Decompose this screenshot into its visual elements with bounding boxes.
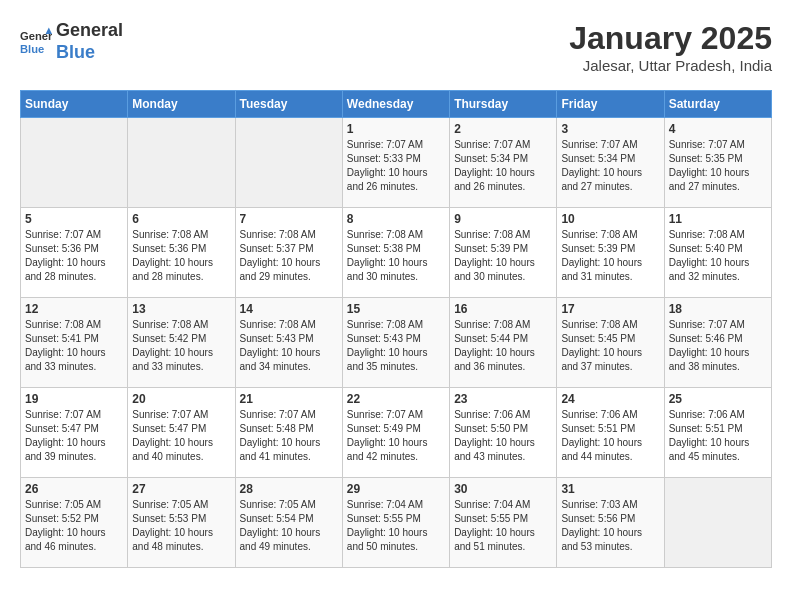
logo-blue: Blue <box>56 42 123 64</box>
day-number: 11 <box>669 212 767 226</box>
calendar-cell: 17Sunrise: 7:08 AMSunset: 5:45 PMDayligh… <box>557 298 664 388</box>
logo-icon: General Blue <box>20 26 52 58</box>
day-number: 15 <box>347 302 445 316</box>
day-number: 5 <box>25 212 123 226</box>
day-number: 20 <box>132 392 230 406</box>
day-number: 29 <box>347 482 445 496</box>
day-info: Sunrise: 7:06 AMSunset: 5:51 PMDaylight:… <box>561 408 659 464</box>
day-number: 3 <box>561 122 659 136</box>
day-info: Sunrise: 7:05 AMSunset: 5:54 PMDaylight:… <box>240 498 338 554</box>
day-number: 1 <box>347 122 445 136</box>
weekday-header: Thursday <box>450 91 557 118</box>
day-info: Sunrise: 7:07 AMSunset: 5:35 PMDaylight:… <box>669 138 767 194</box>
calendar-week-row: 12Sunrise: 7:08 AMSunset: 5:41 PMDayligh… <box>21 298 772 388</box>
day-info: Sunrise: 7:08 AMSunset: 5:44 PMDaylight:… <box>454 318 552 374</box>
day-number: 19 <box>25 392 123 406</box>
day-info: Sunrise: 7:07 AMSunset: 5:47 PMDaylight:… <box>132 408 230 464</box>
calendar-cell <box>128 118 235 208</box>
day-info: Sunrise: 7:08 AMSunset: 5:43 PMDaylight:… <box>240 318 338 374</box>
day-number: 23 <box>454 392 552 406</box>
day-number: 13 <box>132 302 230 316</box>
day-number: 2 <box>454 122 552 136</box>
day-number: 18 <box>669 302 767 316</box>
calendar-cell <box>664 478 771 568</box>
day-number: 28 <box>240 482 338 496</box>
calendar-cell: 29Sunrise: 7:04 AMSunset: 5:55 PMDayligh… <box>342 478 449 568</box>
day-info: Sunrise: 7:04 AMSunset: 5:55 PMDaylight:… <box>454 498 552 554</box>
calendar-cell: 31Sunrise: 7:03 AMSunset: 5:56 PMDayligh… <box>557 478 664 568</box>
calendar-cell: 2Sunrise: 7:07 AMSunset: 5:34 PMDaylight… <box>450 118 557 208</box>
calendar-cell: 21Sunrise: 7:07 AMSunset: 5:48 PMDayligh… <box>235 388 342 478</box>
day-number: 4 <box>669 122 767 136</box>
calendar-cell: 19Sunrise: 7:07 AMSunset: 5:47 PMDayligh… <box>21 388 128 478</box>
day-info: Sunrise: 7:07 AMSunset: 5:34 PMDaylight:… <box>561 138 659 194</box>
calendar-cell: 26Sunrise: 7:05 AMSunset: 5:52 PMDayligh… <box>21 478 128 568</box>
day-info: Sunrise: 7:07 AMSunset: 5:34 PMDaylight:… <box>454 138 552 194</box>
calendar-cell: 13Sunrise: 7:08 AMSunset: 5:42 PMDayligh… <box>128 298 235 388</box>
calendar-cell: 9Sunrise: 7:08 AMSunset: 5:39 PMDaylight… <box>450 208 557 298</box>
day-number: 22 <box>347 392 445 406</box>
day-number: 6 <box>132 212 230 226</box>
day-number: 26 <box>25 482 123 496</box>
day-number: 24 <box>561 392 659 406</box>
day-info: Sunrise: 7:08 AMSunset: 5:39 PMDaylight:… <box>454 228 552 284</box>
day-number: 8 <box>347 212 445 226</box>
calendar-week-row: 19Sunrise: 7:07 AMSunset: 5:47 PMDayligh… <box>21 388 772 478</box>
weekday-header-row: SundayMondayTuesdayWednesdayThursdayFrid… <box>21 91 772 118</box>
day-number: 31 <box>561 482 659 496</box>
weekday-header: Wednesday <box>342 91 449 118</box>
day-info: Sunrise: 7:06 AMSunset: 5:50 PMDaylight:… <box>454 408 552 464</box>
calendar-cell: 25Sunrise: 7:06 AMSunset: 5:51 PMDayligh… <box>664 388 771 478</box>
calendar-cell: 27Sunrise: 7:05 AMSunset: 5:53 PMDayligh… <box>128 478 235 568</box>
calendar-cell: 24Sunrise: 7:06 AMSunset: 5:51 PMDayligh… <box>557 388 664 478</box>
calendar-cell: 11Sunrise: 7:08 AMSunset: 5:40 PMDayligh… <box>664 208 771 298</box>
calendar-cell: 3Sunrise: 7:07 AMSunset: 5:34 PMDaylight… <box>557 118 664 208</box>
calendar-cell: 4Sunrise: 7:07 AMSunset: 5:35 PMDaylight… <box>664 118 771 208</box>
day-info: Sunrise: 7:08 AMSunset: 5:38 PMDaylight:… <box>347 228 445 284</box>
calendar-cell: 10Sunrise: 7:08 AMSunset: 5:39 PMDayligh… <box>557 208 664 298</box>
day-info: Sunrise: 7:08 AMSunset: 5:45 PMDaylight:… <box>561 318 659 374</box>
day-number: 21 <box>240 392 338 406</box>
day-number: 27 <box>132 482 230 496</box>
calendar-week-row: 26Sunrise: 7:05 AMSunset: 5:52 PMDayligh… <box>21 478 772 568</box>
calendar-cell: 5Sunrise: 7:07 AMSunset: 5:36 PMDaylight… <box>21 208 128 298</box>
day-info: Sunrise: 7:07 AMSunset: 5:47 PMDaylight:… <box>25 408 123 464</box>
logo: General Blue General Blue <box>20 20 123 63</box>
logo-general: General <box>56 20 123 42</box>
month-title: January 2025 <box>569 20 772 57</box>
calendar-cell: 15Sunrise: 7:08 AMSunset: 5:43 PMDayligh… <box>342 298 449 388</box>
day-info: Sunrise: 7:08 AMSunset: 5:40 PMDaylight:… <box>669 228 767 284</box>
calendar-cell: 30Sunrise: 7:04 AMSunset: 5:55 PMDayligh… <box>450 478 557 568</box>
day-number: 16 <box>454 302 552 316</box>
calendar-cell: 18Sunrise: 7:07 AMSunset: 5:46 PMDayligh… <box>664 298 771 388</box>
day-info: Sunrise: 7:07 AMSunset: 5:36 PMDaylight:… <box>25 228 123 284</box>
calendar-cell: 1Sunrise: 7:07 AMSunset: 5:33 PMDaylight… <box>342 118 449 208</box>
calendar-cell: 12Sunrise: 7:08 AMSunset: 5:41 PMDayligh… <box>21 298 128 388</box>
calendar-cell: 14Sunrise: 7:08 AMSunset: 5:43 PMDayligh… <box>235 298 342 388</box>
weekday-header: Monday <box>128 91 235 118</box>
svg-text:Blue: Blue <box>20 43 44 55</box>
calendar-cell <box>21 118 128 208</box>
calendar-cell: 7Sunrise: 7:08 AMSunset: 5:37 PMDaylight… <box>235 208 342 298</box>
calendar-cell: 23Sunrise: 7:06 AMSunset: 5:50 PMDayligh… <box>450 388 557 478</box>
day-number: 14 <box>240 302 338 316</box>
day-info: Sunrise: 7:07 AMSunset: 5:46 PMDaylight:… <box>669 318 767 374</box>
day-number: 10 <box>561 212 659 226</box>
day-info: Sunrise: 7:06 AMSunset: 5:51 PMDaylight:… <box>669 408 767 464</box>
day-info: Sunrise: 7:08 AMSunset: 5:41 PMDaylight:… <box>25 318 123 374</box>
day-info: Sunrise: 7:08 AMSunset: 5:39 PMDaylight:… <box>561 228 659 284</box>
day-number: 17 <box>561 302 659 316</box>
calendar-cell: 16Sunrise: 7:08 AMSunset: 5:44 PMDayligh… <box>450 298 557 388</box>
calendar-cell <box>235 118 342 208</box>
day-info: Sunrise: 7:08 AMSunset: 5:42 PMDaylight:… <box>132 318 230 374</box>
day-info: Sunrise: 7:04 AMSunset: 5:55 PMDaylight:… <box>347 498 445 554</box>
day-number: 7 <box>240 212 338 226</box>
weekday-header: Saturday <box>664 91 771 118</box>
calendar-cell: 20Sunrise: 7:07 AMSunset: 5:47 PMDayligh… <box>128 388 235 478</box>
day-info: Sunrise: 7:08 AMSunset: 5:37 PMDaylight:… <box>240 228 338 284</box>
day-info: Sunrise: 7:08 AMSunset: 5:43 PMDaylight:… <box>347 318 445 374</box>
calendar-cell: 22Sunrise: 7:07 AMSunset: 5:49 PMDayligh… <box>342 388 449 478</box>
day-number: 25 <box>669 392 767 406</box>
location: Jalesar, Uttar Pradesh, India <box>569 57 772 74</box>
day-number: 30 <box>454 482 552 496</box>
